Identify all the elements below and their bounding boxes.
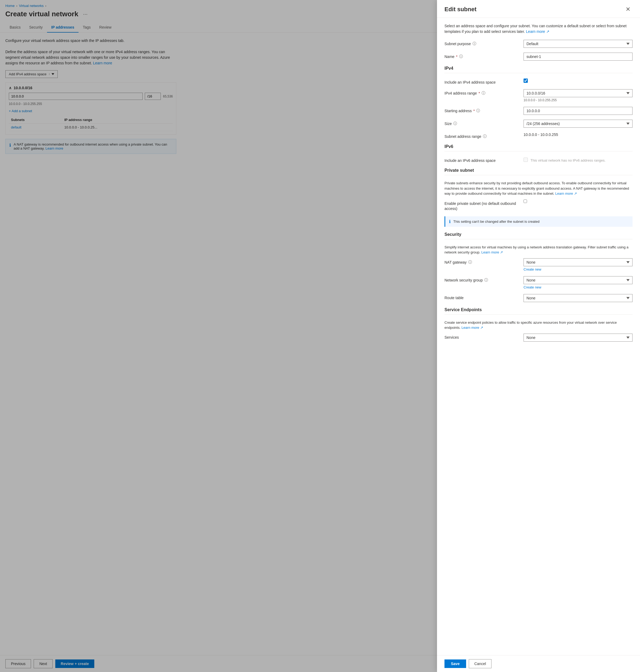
panel-learn-more[interactable]: Learn more ↗: [526, 29, 549, 34]
route-table-select[interactable]: None: [524, 294, 632, 302]
starting-address-input[interactable]: [524, 107, 632, 115]
include-ipv4-label: Include an IPv4 address space: [445, 78, 519, 84]
ipv4-range-select[interactable]: 10.0.0.0/16: [524, 89, 632, 97]
ipv4-range-label: IPv4 address range * ⓘ: [445, 89, 519, 96]
nat-gateway-control: None Create new: [524, 258, 632, 272]
subnet-name-row: Name * ⓘ: [445, 53, 632, 61]
enable-private-subnet-control: [524, 200, 632, 204]
nat-gateway-row: NAT gateway ⓘ None Create new: [445, 258, 632, 272]
include-ipv6-row: Include an IPv6 address space This virtu…: [445, 157, 632, 163]
nsg-create-new[interactable]: Create new: [524, 285, 632, 289]
subnet-purpose-label: Subnet purpose ⓘ: [445, 40, 519, 46]
enable-private-subnet-row: Enable private subnet (no default outbou…: [445, 200, 632, 211]
subnet-purpose-select[interactable]: Default Azure Bastion Azure Firewall Azu…: [524, 40, 632, 48]
subnet-name-info-icon[interactable]: ⓘ: [459, 54, 463, 59]
enable-private-subnet-checkbox[interactable]: [524, 200, 527, 203]
security-section-title: Security: [445, 232, 632, 237]
nat-gateway-info-icon[interactable]: ⓘ: [468, 260, 472, 265]
private-subnet-note: ℹ This setting can't be changed after th…: [445, 216, 632, 227]
starting-address-info-icon[interactable]: ⓘ: [476, 108, 480, 113]
service-endpoints-title: Service Endpoints: [445, 307, 632, 312]
subnet-range-value-area: 10.0.0.0 - 10.0.0.255: [524, 132, 632, 137]
size-info-icon[interactable]: ⓘ: [453, 121, 457, 126]
note-text: This setting can't be changed after the …: [453, 220, 540, 223]
panel-title: Edit subnet: [445, 6, 477, 13]
nsg-control: None Create new: [524, 276, 632, 289]
ipv4-range-subtext: 10.0.0.0 - 10.0.255.255: [524, 98, 632, 102]
cancel-button[interactable]: Cancel: [469, 659, 492, 668]
ipv6-disabled-text: This virtual network has no IPv6 address…: [530, 157, 606, 162]
nsg-select[interactable]: None: [524, 276, 632, 284]
private-subnet-learn-more[interactable]: Learn more ↗: [555, 191, 577, 195]
subnet-range-info-icon[interactable]: ⓘ: [483, 134, 487, 139]
size-row: Size ⓘ /24 (256 addresses) /25 (128 addr…: [445, 120, 632, 128]
include-ipv6-checkbox[interactable]: [524, 158, 528, 162]
panel-footer: Save Cancel: [437, 655, 640, 672]
security-desc: Simplify internet access for virtual mac…: [445, 245, 632, 255]
enable-private-subnet-label: Enable private subnet (no default outbou…: [445, 200, 519, 211]
services-select[interactable]: None: [524, 334, 632, 341]
include-ipv4-checkbox[interactable]: [524, 78, 528, 83]
nsg-row: Network security group ⓘ None Create new: [445, 276, 632, 289]
service-endpoints-learn-more[interactable]: Learn more ↗: [462, 325, 483, 330]
subnet-purpose-control: Default Azure Bastion Azure Firewall Azu…: [524, 40, 632, 48]
panel-body: Select an address space and configure yo…: [437, 18, 640, 655]
ipv4-range-row: IPv4 address range * ⓘ 10.0.0.0/16 10.0.…: [445, 89, 632, 102]
nsg-label: Network security group ⓘ: [445, 276, 519, 282]
include-ipv4-control: [524, 78, 632, 84]
size-select[interactable]: /24 (256 addresses) /25 (128 addresses) …: [524, 120, 632, 128]
starting-address-control: [524, 107, 632, 115]
include-ipv6-label: Include an IPv6 address space: [445, 157, 519, 163]
private-subnet-title: Private subnet: [445, 168, 632, 173]
include-ipv4-row: Include an IPv4 address space: [445, 78, 632, 84]
note-icon: ℹ: [449, 219, 451, 224]
ipv4-section-title: IPv4: [445, 66, 632, 71]
subnet-purpose-row: Subnet purpose ⓘ Default Azure Bastion A…: [445, 40, 632, 48]
close-panel-button[interactable]: ✕: [623, 5, 632, 13]
size-label: Size ⓘ: [445, 120, 519, 126]
ipv4-range-control: 10.0.0.0/16 10.0.0.0 - 10.0.255.255: [524, 89, 632, 102]
route-table-row: Route table None: [445, 294, 632, 302]
route-table-control: None: [524, 294, 632, 302]
subnet-range-value: 10.0.0.0 - 10.0.0.255: [524, 131, 558, 137]
include-ipv6-control: This virtual network has no IPv6 address…: [524, 157, 632, 162]
route-table-label: Route table: [445, 294, 519, 300]
edit-subnet-panel: Edit subnet ✕ Select an address space an…: [437, 0, 640, 672]
subnet-range-row: Subnet address range ⓘ 10.0.0.0 - 10.0.0…: [445, 132, 632, 139]
service-endpoints-desc: Create service endpoint policies to allo…: [445, 320, 632, 331]
nsg-info-icon[interactable]: ⓘ: [484, 278, 488, 282]
save-button[interactable]: Save: [445, 659, 466, 668]
nat-gateway-label: NAT gateway ⓘ: [445, 258, 519, 265]
size-control: /24 (256 addresses) /25 (128 addresses) …: [524, 120, 632, 128]
nat-gateway-select[interactable]: None: [524, 258, 632, 266]
services-control: None: [524, 334, 632, 341]
subnet-name-control: [524, 53, 632, 61]
services-row: Services None: [445, 334, 632, 341]
subnet-range-label: Subnet address range ⓘ: [445, 132, 519, 139]
panel-description: Select an address space and configure yo…: [445, 23, 632, 34]
private-subnet-desc: Private subnets enhance security by not …: [445, 180, 632, 196]
subnet-purpose-info-icon[interactable]: ⓘ: [472, 41, 476, 46]
subnet-name-input[interactable]: [524, 53, 632, 61]
panel-header: Edit subnet ✕: [437, 0, 640, 18]
starting-address-row: Starting address * ⓘ: [445, 107, 632, 115]
starting-address-label: Starting address * ⓘ: [445, 107, 519, 113]
ipv4-range-info-icon[interactable]: ⓘ: [482, 91, 485, 96]
subnet-name-label: Name * ⓘ: [445, 53, 519, 59]
services-label: Services: [445, 334, 519, 339]
nat-gateway-create-new[interactable]: Create new: [524, 267, 632, 272]
ipv6-section-title: IPv6: [445, 144, 632, 149]
security-learn-more[interactable]: Learn more ↗: [481, 250, 503, 254]
